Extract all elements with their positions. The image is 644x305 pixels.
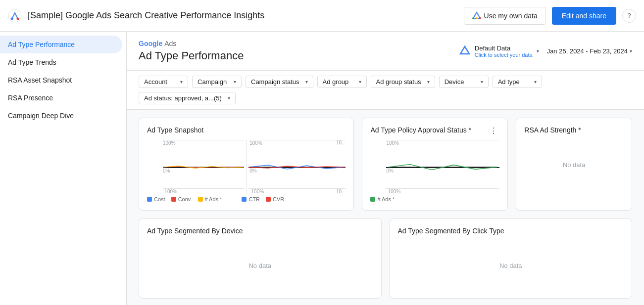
date-range-arrow: ▾ [630,48,632,54]
filter-ad-type[interactable]: Ad type ▾ [493,76,542,88]
use-own-data-button[interactable]: Use my own data [464,7,546,25]
policy-header: Ad Type Policy Approval Status * ⋮ [370,126,499,140]
report-header-left: Google Ads Ad Type Performance [139,40,244,62]
sidebar-item-ad-type-trends[interactable]: Ad Type Trends [0,53,122,71]
legend-label-cvr: CVR [273,196,284,202]
chart-segmented-click: Ad Type Segmented By Click Type No data [390,218,633,299]
chart-divider [246,140,247,194]
data-source-arrow: ▾ [537,48,539,54]
filter-ad-group-status-arrow: ▾ [427,79,430,85]
legend-ads: # Ads * [198,196,222,202]
google-text: Google [139,40,162,47]
chart-title-rsa-strength: RSA Ad Strength * [524,126,624,134]
chart-click-nodata: No data [398,241,624,290]
filter-ad-group[interactable]: Ad group ▾ [317,76,367,88]
sidebar-item-rsa-presence[interactable]: RSA Presence [0,89,122,107]
sidebar-item-label: Ad Type Performance [8,41,75,48]
chart-panel-left: 100% 0% -100% [147,140,244,194]
policy-menu-button[interactable]: ⋮ [488,126,499,135]
chart-device-nodata: No data [147,241,373,290]
chart-ad-type-snapshot: Ad Type Snapshot 100% 0% -100% [139,118,354,211]
filter-campaign-arrow: ▾ [234,79,236,85]
sidebar-item-label: RSA Asset Snapshot [8,76,72,84]
filter-ad-group-arrow: ▾ [359,79,361,85]
svg-point-0 [8,9,21,22]
sidebar-item-ad-type-performance[interactable]: Ad Type Performance [0,36,122,53]
charts-row-2: Ad Type Segmented By Device No data Ad T… [139,218,632,299]
legend-policy-ads: # Ads * [370,196,395,202]
filter-campaign-status-arrow: ▾ [305,79,308,85]
chart-title-snapshot: Ad Type Snapshot [147,126,346,134]
filter-ad-group-status[interactable]: Ad group status ▾ [371,76,435,88]
legend-dot-ads [198,197,203,202]
top-header: [Sample] Google Ads Search Creative Perf… [0,0,644,32]
filter-account[interactable]: Account ▾ [139,76,188,88]
data-source-icon [459,45,471,57]
chart-svg-left [163,140,244,194]
chart-snapshot-legend: Cost Conv. # Ads * CTR [147,196,346,202]
use-own-data-label: Use my own data [484,12,538,20]
report-header: Google Ads Ad Type Performance Default D… [127,32,644,71]
page-title: [Sample] Google Ads Search Creative Perf… [28,10,458,21]
filter-campaign-status[interactable]: Campaign status ▾ [246,76,313,88]
legend-label-ctr: CTR [248,196,260,202]
legend-conv: Conv. [171,196,192,202]
filter-device-arrow: ▾ [481,79,483,85]
data-source-selector[interactable]: Default Data Click to select your data ▾ [459,44,539,58]
filter-campaign[interactable]: Campaign ▾ [192,76,242,88]
filter-ad-type-arrow: ▾ [534,79,537,85]
filter-ad-status-label: Ad status: approved, a...(5) [144,94,222,102]
sidebar: Ad Type Performance Ad Type Trends RSA A… [0,32,127,305]
main-layout: Ad Type Performance Ad Type Trends RSA A… [0,32,644,305]
chart-policy-body: 100% 0% -100% [370,140,499,194]
report-header-right: Default Data Click to select your data ▾… [459,44,632,58]
chart-svg-policy [386,140,499,194]
chart-snapshot-body: 100% 0% -100% [147,140,346,194]
data-source-text: Default Data Click to select your data [475,44,533,58]
filter-bar: Account ▾ Campaign ▾ Campaign status ▾ A… [127,71,644,110]
chart-title-policy: Ad Type Policy Approval Status * [370,126,471,134]
help-button[interactable]: ? [622,9,636,23]
data-source-main: Default Data [475,44,533,52]
svg-point-6 [479,17,481,19]
filter-ad-group-label: Ad group [323,78,349,86]
filter-account-label: Account [144,78,167,86]
filter-ad-group-status-label: Ad group status [376,78,421,86]
charts-area: Ad Type Snapshot 100% 0% -100% [127,110,644,305]
svg-point-2 [17,17,19,20]
svg-marker-7 [460,46,469,54]
app-logo [8,9,22,23]
ads-text: Ads [164,40,176,47]
filter-campaign-status-label: Campaign status [251,78,299,86]
legend-cvr: CVR [266,196,284,202]
filter-ad-status-arrow: ▾ [228,95,230,101]
legend-dot-conv [171,197,176,202]
edit-share-button[interactable]: Edit and share [552,7,616,25]
date-range-text: Jan 25, 2024 - Feb 23, 2024 [547,47,628,55]
chart-policy-approval: Ad Type Policy Approval Status * ⋮ 100% … [362,118,508,211]
legend-spacer [228,196,236,202]
chart-segmented-device: Ad Type Segmented By Device No data [139,218,382,299]
filter-ad-status[interactable]: Ad status: approved, a...(5) ▾ [139,92,236,104]
filter-ad-type-label: Ad type [498,78,520,86]
date-range-selector[interactable]: Jan 25, 2024 - Feb 23, 2024 ▾ [547,47,632,55]
legend-cost: Cost [147,196,165,202]
charts-row-1: Ad Type Snapshot 100% 0% -100% [139,118,632,211]
filter-device[interactable]: Device ▾ [439,76,489,88]
legend-label-cost: Cost [154,196,165,202]
chart-policy-legend: # Ads * [370,196,499,202]
legend-dot-ctr [242,197,247,202]
sidebar-item-label: Ad Type Trends [8,58,56,66]
chart-rsa-strength: RSA Ad Strength * No data [516,118,632,211]
legend-dot-cost [147,197,152,202]
sidebar-item-campaign-deep-dive[interactable]: Campaign Deep Dive [0,107,122,125]
chart-rsa-strength-nodata: No data [524,140,624,189]
legend-label-ads: # Ads * [205,196,222,202]
legend-dot-policy-ads [370,197,375,202]
data-source-sub: Click to select your data [475,52,533,58]
sidebar-item-label: Campaign Deep Dive [8,112,74,120]
sidebar-item-label: RSA Presence [8,94,53,102]
svg-point-5 [472,17,474,19]
legend-dot-cvr [266,197,271,202]
sidebar-item-rsa-asset-snapshot[interactable]: RSA Asset Snapshot [0,71,122,89]
